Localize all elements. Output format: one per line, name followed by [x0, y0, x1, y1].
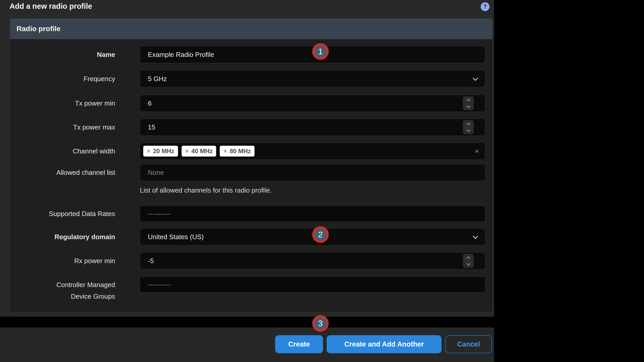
tx-power-max-input[interactable]: 15 — [140, 119, 485, 136]
frequency-select[interactable]: 5 GHz — [140, 70, 485, 87]
channel-width-tag[interactable]: × 20 MHz — [143, 146, 178, 157]
stepper-down-icon[interactable] — [466, 104, 470, 108]
channel-width-tag[interactable]: × 40 MHz — [182, 146, 216, 157]
stepper-down-icon[interactable] — [466, 128, 470, 132]
tx-power-min-input[interactable]: 6 — [140, 95, 485, 112]
cancel-button[interactable]: Cancel — [445, 335, 492, 353]
rx-power-min-stepper[interactable] — [463, 254, 474, 268]
create-button[interactable]: Create — [275, 335, 323, 353]
annotation-badge-2: 2 — [312, 226, 329, 243]
frequency-value: 5 GHz — [148, 75, 167, 83]
regulatory-domain-label: Regulatory domain — [10, 228, 115, 245]
allowed-channel-list-help: List of allowed channels for this radio … — [140, 186, 272, 194]
tag-label: 40 MHz — [191, 148, 213, 155]
tag-label: 20 MHz — [153, 148, 174, 155]
footer-buttons: Create Create and Add Another Cancel — [275, 335, 492, 353]
stepper-down-icon[interactable] — [466, 261, 470, 265]
footer-bar: Create Create and Add Another Cancel — [0, 327, 494, 362]
controller-managed-device-groups-multiselect[interactable]: --------- — [140, 277, 485, 292]
controller-managed-device-groups-label: Controller Managed Device Groups — [35, 277, 115, 302]
rx-power-min-input[interactable]: -5 — [140, 252, 485, 269]
supported-data-rates-placeholder: --------- — [148, 210, 171, 217]
tx-power-max-stepper[interactable] — [463, 120, 474, 134]
clear-all-icon[interactable]: × — [475, 147, 479, 155]
tx-power-max-label: Tx power max — [10, 119, 115, 136]
stepper-up-icon[interactable] — [466, 256, 470, 260]
tx-power-max-value: 15 — [148, 123, 155, 131]
rx-power-min-value: -5 — [148, 257, 154, 265]
tag-label: 80 MHz — [230, 148, 251, 155]
annotation-badge-1: 1 — [312, 43, 329, 60]
chevron-down-icon — [473, 75, 478, 81]
rx-power-min-label: Rx power min — [10, 252, 115, 269]
stepper-up-icon[interactable] — [466, 123, 470, 127]
radio-profile-card: Radio profile Name Frequency 5 GHz Tx po… — [10, 18, 493, 312]
regulatory-domain-value: United States (US) — [148, 233, 204, 241]
channel-width-multiselect[interactable]: × 20 MHz × 40 MHz × 80 MHz × — [140, 143, 485, 160]
annotation-badge-3: 3 — [312, 315, 329, 332]
tx-power-min-value: 6 — [148, 99, 151, 107]
channel-width-tag[interactable]: × 80 MHz — [220, 146, 255, 157]
remove-tag-icon[interactable]: × — [185, 148, 189, 155]
remove-tag-icon[interactable]: × — [147, 148, 150, 155]
tx-power-min-label: Tx power min — [10, 95, 115, 112]
remove-tag-icon[interactable]: × — [223, 148, 227, 155]
frequency-label: Frequency — [10, 70, 115, 87]
tx-power-min-stepper[interactable] — [463, 96, 474, 110]
supported-data-rates-label: Supported Data Rates — [10, 206, 115, 222]
screen: Add a new radio profile ? Radio profile … — [0, 0, 644, 362]
name-label: Name — [10, 46, 115, 63]
supported-data-rates-multiselect[interactable]: --------- — [140, 206, 485, 222]
page-title: Add a new radio profile — [10, 2, 92, 11]
channel-width-label: Channel width — [10, 143, 115, 160]
section-header: Radio profile — [10, 19, 493, 39]
allowed-channel-list-input[interactable] — [140, 164, 485, 181]
create-and-add-another-button[interactable]: Create and Add Another — [327, 335, 442, 353]
chevron-down-icon — [473, 234, 478, 239]
help-icon[interactable]: ? — [481, 2, 489, 11]
stepper-up-icon[interactable] — [466, 99, 470, 103]
controller-managed-device-groups-placeholder: --------- — [148, 281, 171, 288]
allowed-channel-list-label: Allowed channel list — [10, 164, 115, 181]
form-body: Name Frequency 5 GHz Tx power min 6 Tx p… — [10, 39, 493, 312]
